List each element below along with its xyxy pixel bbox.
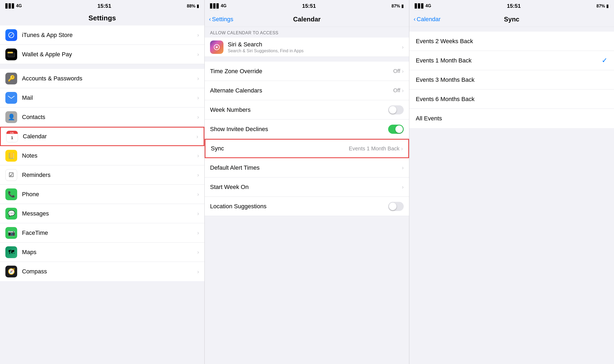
siri-chevron: › bbox=[402, 44, 404, 50]
siri-sub-label: Search & Siri Suggestions, Find in Apps bbox=[228, 49, 402, 53]
left-time: 15:51 bbox=[97, 3, 111, 9]
settings-row-facetime[interactable]: 📷 FaceTime › bbox=[0, 223, 204, 243]
timezone-row[interactable]: Time Zone Override Off › bbox=[205, 62, 409, 81]
sync-option-6months[interactable]: Events 6 Months Back bbox=[409, 90, 614, 109]
settings-row-calendar[interactable]: CAL 1 Calendar › bbox=[0, 127, 204, 146]
sync-nav-title: Sync bbox=[504, 16, 519, 23]
right-network: 4G bbox=[425, 3, 431, 8]
allow-access-header: ALLOW CALENDAR TO ACCESS bbox=[205, 27, 409, 38]
sync-row[interactable]: Sync Events 1 Month Back › bbox=[205, 139, 409, 158]
contacts-chevron: › bbox=[197, 114, 199, 120]
settings-title: Settings bbox=[0, 12, 204, 25]
right-status-bar: ▋▋▋ 4G 15:51 87% ▮ bbox=[409, 0, 614, 12]
notes-chevron: › bbox=[197, 153, 199, 159]
weeknumbers-knob bbox=[389, 106, 396, 114]
checkmark-icon: ✓ bbox=[602, 56, 608, 65]
settings-row-notes[interactable]: 📒 Notes › bbox=[0, 146, 204, 165]
settings-row-compass[interactable]: 🧭 Compass › bbox=[0, 262, 204, 281]
messages-icon: 💬 bbox=[5, 208, 17, 220]
notes-label: Notes bbox=[22, 152, 197, 159]
alternate-chevron: › bbox=[402, 87, 404, 94]
itunes-icon bbox=[5, 29, 17, 41]
right-time: 15:51 bbox=[507, 3, 521, 9]
settings-row-messages[interactable]: 💬 Messages › bbox=[0, 204, 204, 223]
startweek-row[interactable]: Start Week On › bbox=[205, 177, 409, 197]
maps-label: Maps bbox=[22, 249, 197, 256]
location-toggle[interactable] bbox=[388, 202, 404, 211]
alternate-row[interactable]: Alternate Calendars Off › bbox=[205, 81, 409, 100]
facetime-chevron: › bbox=[197, 230, 199, 236]
calendar-back-button[interactable]: ‹ Settings bbox=[209, 16, 233, 23]
gap-mid-1 bbox=[205, 57, 409, 62]
settings-row-itunes[interactable]: iTunes & App Store › bbox=[0, 25, 204, 45]
left-battery: 88% ▮ bbox=[187, 3, 199, 9]
siri-label-group: Siri & Search Search & Siri Suggestions,… bbox=[228, 41, 402, 53]
sync-option-3months[interactable]: Events 3 Months Back bbox=[409, 70, 614, 90]
invitee-toggle[interactable] bbox=[388, 125, 404, 134]
right-battery-percent: 87% ▮ bbox=[597, 3, 609, 9]
svg-rect-2 bbox=[8, 52, 13, 53]
alerttimes-label: Default Alert Times bbox=[210, 164, 402, 171]
wallet-chevron: › bbox=[197, 51, 199, 57]
location-knob bbox=[389, 203, 396, 210]
left-signal: ▋▋▋ 4G bbox=[5, 3, 22, 9]
right-signal: ▋▋▋ 4G bbox=[415, 3, 431, 9]
weeknumbers-toggle[interactable] bbox=[388, 105, 404, 114]
settings-list: iTunes & App Store › Wallet & Apple Pay … bbox=[0, 25, 204, 364]
signal-bars: ▋▋▋ bbox=[5, 3, 15, 9]
middle-time: 15:51 bbox=[302, 3, 316, 9]
location-row[interactable]: Location Suggestions bbox=[205, 197, 409, 216]
battery-percent: 88% ▮ bbox=[187, 3, 199, 9]
right-gap-top bbox=[409, 27, 614, 32]
sync-back-button[interactable]: ‹ Calendar bbox=[414, 16, 441, 23]
svg-rect-3 bbox=[8, 95, 15, 101]
sync-option-2weeks[interactable]: Events 2 Weeks Back bbox=[409, 32, 614, 51]
invitee-row[interactable]: Show Invitee Declines bbox=[205, 120, 409, 139]
accounts-icon: 🔑 bbox=[5, 73, 17, 84]
reminders-label: Reminders bbox=[22, 172, 197, 179]
reminders-chevron: › bbox=[197, 172, 199, 178]
option-6months-label: Events 6 Months Back bbox=[416, 96, 608, 103]
calendar-chevron: › bbox=[196, 133, 198, 140]
weeknumbers-label: Week Numbers bbox=[210, 106, 388, 113]
itunes-chevron: › bbox=[197, 32, 199, 38]
weeknumbers-row[interactable]: Week Numbers bbox=[205, 100, 409, 120]
middle-empty-space bbox=[205, 216, 409, 364]
reminders-icon: ☑ bbox=[5, 169, 17, 181]
sync-option-1month[interactable]: Events 1 Month Back ✓ bbox=[409, 51, 614, 70]
svg-text:1: 1 bbox=[11, 135, 13, 140]
alternate-value: Off bbox=[393, 87, 400, 94]
sync-label: Sync bbox=[211, 145, 349, 152]
contacts-icon: 👤 bbox=[5, 111, 17, 123]
option-2weeks-label: Events 2 Weeks Back bbox=[416, 38, 608, 45]
phone-label: Phone bbox=[22, 191, 197, 198]
mail-icon bbox=[5, 92, 17, 104]
location-label: Location Suggestions bbox=[210, 203, 388, 210]
settings-row-accounts[interactable]: 🔑 Accounts & Passwords › bbox=[0, 69, 204, 88]
invitee-label: Show Invitee Declines bbox=[210, 126, 388, 133]
settings-row-maps[interactable]: 🗺 Maps › bbox=[0, 243, 204, 262]
settings-row-contacts[interactable]: 👤 Contacts › bbox=[0, 107, 204, 127]
compass-chevron: › bbox=[197, 269, 199, 275]
back-chevron-icon: ‹ bbox=[209, 16, 211, 23]
siri-main-label: Siri & Search bbox=[228, 41, 402, 48]
settings-row-wallet[interactable]: Wallet & Apple Pay › bbox=[0, 45, 204, 64]
sync-option-all[interactable]: All Events bbox=[409, 109, 614, 128]
facetime-icon: 📷 bbox=[5, 227, 17, 239]
siri-row[interactable]: Siri & Search Search & Siri Suggestions,… bbox=[205, 38, 409, 57]
facetime-label: FaceTime bbox=[22, 229, 197, 236]
calendar-label: Calendar bbox=[23, 133, 196, 140]
startweek-label: Start Week On bbox=[210, 184, 402, 191]
svg-point-9 bbox=[216, 46, 218, 48]
compass-label: Compass bbox=[22, 268, 197, 275]
middle-panel: ▋▋▋ 4G 15:51 87% ▮ ‹ Settings Calendar A… bbox=[205, 0, 409, 364]
svg-text:CAL: CAL bbox=[10, 132, 14, 134]
settings-row-reminders[interactable]: ☑ Reminders › bbox=[0, 165, 204, 185]
messages-chevron: › bbox=[197, 210, 199, 217]
settings-row-mail[interactable]: Mail › bbox=[0, 88, 204, 107]
accounts-chevron: › bbox=[197, 75, 199, 81]
left-panel: ▋▋▋ 4G 15:51 88% ▮ Settings iTunes & App… bbox=[0, 0, 205, 364]
alerttimes-row[interactable]: Default Alert Times › bbox=[205, 158, 409, 177]
settings-row-phone[interactable]: 📞 Phone › bbox=[0, 185, 204, 204]
gap-1 bbox=[0, 64, 204, 69]
